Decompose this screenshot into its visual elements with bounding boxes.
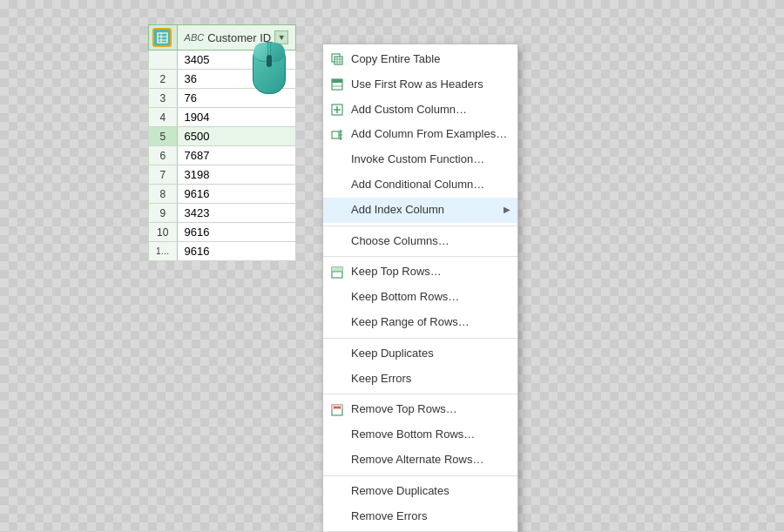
menu-separator (323, 394, 517, 394)
menu-item-add-index-col[interactable]: Add Index Column ▶ (323, 198, 517, 223)
menu-item-choose-cols[interactable]: Choose Columns… (323, 229, 517, 254)
table-row: 4 1904 (149, 108, 296, 127)
menu-item-remove-duplicates[interactable]: Remove Duplicates (323, 479, 517, 504)
menu-label: Add Column From Examples… (351, 127, 507, 140)
menu-separator (323, 475, 517, 476)
menu-label: Keep Bottom Rows… (351, 290, 459, 303)
menu-label: Keep Errors (351, 372, 411, 385)
add-col-examples-icon (330, 128, 344, 142)
table-row: 10 9616 (149, 223, 296, 242)
menu-separator (323, 256, 517, 257)
remove-top-rows-icon (330, 403, 344, 417)
keep-top-rows-icon (330, 266, 344, 279)
menu-label: Remove Errors (351, 509, 427, 522)
menu-item-keep-top-rows[interactable]: Keep Top Rows… (323, 259, 517, 285)
menu-item-keep-duplicates[interactable]: Keep Duplicates (323, 341, 517, 367)
table-row: 9 3423 (149, 204, 296, 223)
menu-item-add-col-examples[interactable]: Add Column From Examples… (323, 122, 517, 147)
menu-item-remove-errors[interactable]: Remove Errors (323, 504, 517, 529)
menu-label: Add Index Column (351, 203, 444, 216)
first-row-headers-icon (330, 77, 344, 91)
menu-item-invoke-custom-fn[interactable]: Invoke Custom Function… (323, 147, 517, 172)
menu-label: Add Conditional Column… (351, 178, 484, 191)
table-row: 6 7687 (149, 146, 296, 165)
menu-item-add-conditional-col[interactable]: Add Conditional Column… (323, 172, 517, 198)
mouse-cursor (246, 35, 294, 100)
copy-table-icon (330, 52, 344, 66)
menu-label: Copy Entire Table (351, 52, 440, 65)
context-menu: Copy Entire Table Use First Row as Heade… (322, 44, 518, 532)
submenu-arrow-icon: ▶ (504, 203, 510, 217)
svg-rect-0 (158, 33, 167, 43)
svg-rect-22 (332, 267, 342, 272)
menu-item-keep-bottom-rows[interactable]: Keep Bottom Rows… (323, 285, 517, 310)
menu-label: Remove Alternate Rows… (351, 453, 483, 466)
mouse-right-button (270, 43, 285, 62)
menu-label: Keep Duplicates (351, 347, 434, 360)
menu-label: Keep Top Rows… (351, 265, 442, 278)
menu-label: Invoke Custom Function… (351, 152, 484, 165)
mouse-body (253, 42, 286, 94)
add-custom-col-icon (330, 103, 344, 117)
mouse-scroll-wheel (267, 55, 272, 67)
menu-separator (323, 226, 517, 226)
menu-item-keep-range-rows[interactable]: Keep Range of Rows… (323, 310, 517, 335)
menu-label: Remove Duplicates (351, 484, 449, 497)
menu-item-remove-alternate-rows[interactable]: Remove Alternate Rows… (323, 448, 517, 473)
menu-label: Remove Bottom Rows… (351, 428, 475, 441)
menu-label: Use First Row as Headers (351, 77, 483, 91)
table-row: 1… 9616 (149, 242, 296, 261)
menu-item-remove-top-rows[interactable]: Remove Top Rows… (323, 397, 517, 422)
menu-item-first-row-headers[interactable]: Use First Row as Headers (323, 72, 517, 98)
svg-rect-16 (332, 131, 339, 138)
menu-label: Choose Columns… (351, 234, 449, 247)
table-header-icon[interactable] (152, 28, 172, 47)
table-row: 8 9616 (149, 185, 296, 204)
menu-item-keep-errors[interactable]: Keep Errors (323, 367, 517, 392)
table-row: 5 6500 (149, 127, 296, 146)
menu-label: Remove Top Rows… (351, 402, 457, 415)
menu-label: Keep Range of Rows… (351, 315, 470, 328)
menu-item-copy-table[interactable]: Copy Entire Table (323, 47, 517, 72)
table-row: 7 3198 (149, 165, 296, 185)
svg-rect-5 (335, 57, 342, 64)
menu-separator (323, 338, 517, 339)
menu-label: Add Custom Column… (351, 103, 467, 116)
menu-item-remove-bottom-rows[interactable]: Remove Bottom Rows… (323, 422, 517, 448)
svg-rect-11 (332, 79, 342, 83)
menu-item-add-custom-col[interactable]: Add Custom Column… (323, 98, 517, 123)
